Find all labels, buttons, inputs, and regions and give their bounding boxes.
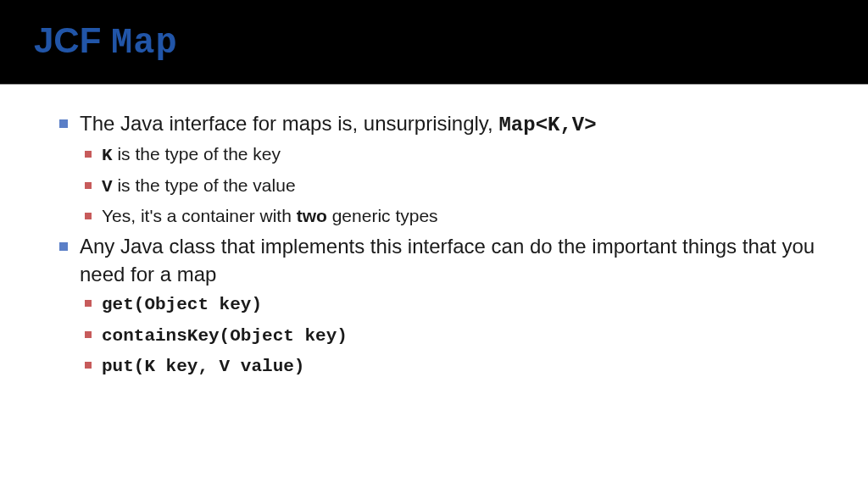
bullet-code: K: [102, 146, 113, 165]
list-item: The Java interface for maps is, unsurpri…: [59, 110, 826, 228]
bullet-text: Any Java class that implements this inte…: [80, 235, 815, 285]
bullet-code: containsKey(Object key): [102, 326, 348, 346]
bullet-code: V: [102, 177, 113, 197]
bullet-code: Map<K,V>: [498, 114, 596, 136]
list-item: V is the type of the value: [85, 174, 826, 199]
slide-content: The Java interface for maps is, unsurpri…: [0, 85, 868, 379]
list-item: K is the type of the key: [85, 142, 826, 168]
list-item: Yes, it's a container with two generic t…: [85, 204, 826, 228]
bullet-text: generic types: [327, 206, 438, 225]
sub-bullet-list: K is the type of the key V is the type o…: [85, 142, 826, 228]
list-item: get(Object key): [85, 291, 826, 317]
list-item: containsKey(Object key): [85, 323, 826, 348]
bullet-text: is the type of the value: [113, 175, 296, 195]
title-prefix: JCF: [34, 20, 111, 60]
title-code: Map: [111, 23, 178, 64]
list-item: put(K key, V value): [85, 353, 826, 379]
slide-title: JCF Map: [34, 20, 834, 64]
bullet-text: Yes, it's a container with: [102, 206, 297, 225]
bullet-code: put(K key, V value): [102, 357, 304, 376]
slide-header: JCF Map: [0, 0, 868, 85]
bullet-text: is the type of the key: [113, 144, 281, 164]
list-item: Any Java class that implements this inte…: [59, 233, 826, 379]
bullet-text: The Java interface for maps is, unsurpri…: [80, 112, 498, 135]
sub-bullet-list: get(Object key) containsKey(Object key) …: [85, 291, 826, 379]
bullet-code: get(Object key): [102, 295, 262, 314]
bullet-bold: two: [297, 206, 327, 225]
bullet-list: The Java interface for maps is, unsurpri…: [59, 110, 826, 379]
